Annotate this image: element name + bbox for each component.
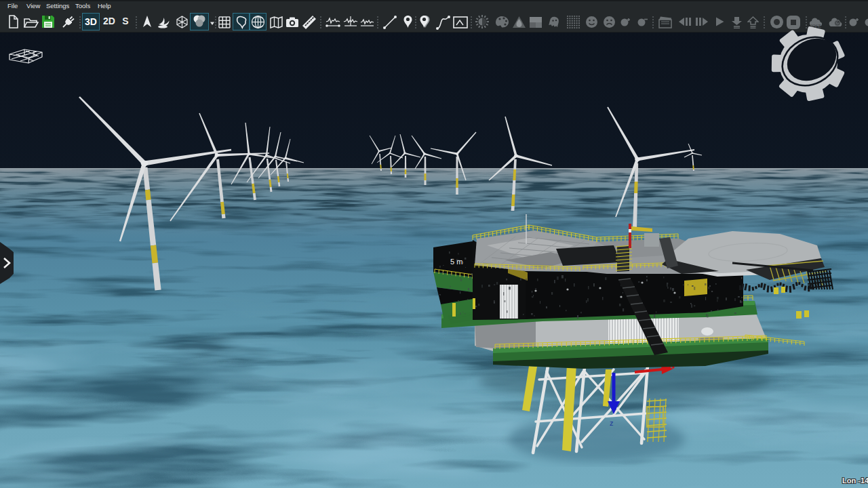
svg-text:z: z bbox=[610, 419, 614, 427]
svg-text:5 m: 5 m bbox=[450, 258, 462, 266]
